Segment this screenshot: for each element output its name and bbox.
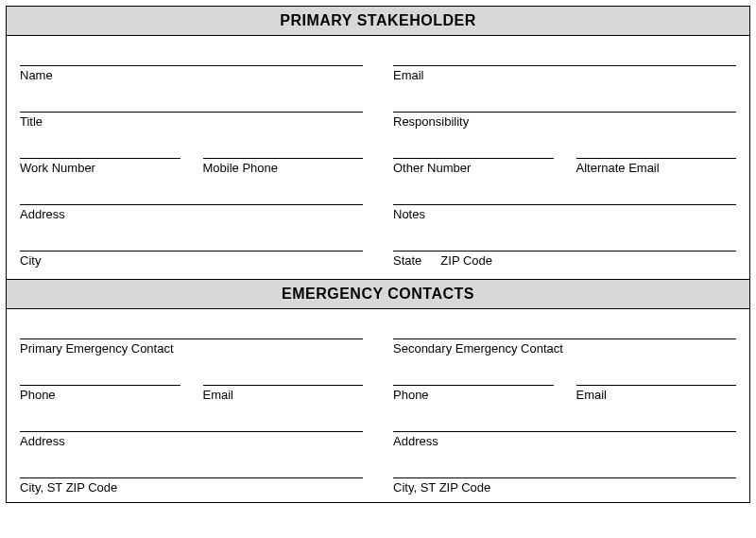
address-label: Address bbox=[20, 205, 363, 221]
secondary-contact-label: Secondary Emergency Contact bbox=[393, 339, 736, 356]
title-label: Title bbox=[20, 113, 363, 129]
alternate-email-label: Alternate Email bbox=[576, 159, 737, 175]
name-field[interactable]: Name bbox=[20, 43, 363, 82]
city-field[interactable]: City bbox=[20, 229, 363, 268]
responsibility-label: Responsibility bbox=[393, 113, 736, 129]
work-number-field[interactable]: Work Number bbox=[20, 136, 180, 175]
primary-email-field[interactable]: Email bbox=[203, 363, 364, 402]
alternate-email-field[interactable]: Alternate Email bbox=[576, 136, 737, 175]
mobile-phone-field[interactable]: Mobile Phone bbox=[203, 136, 364, 175]
name-label: Name bbox=[20, 66, 363, 82]
other-number-label: Other Number bbox=[393, 159, 554, 175]
other-number-field[interactable]: Other Number bbox=[393, 136, 554, 175]
primary-address-label: Address bbox=[20, 432, 363, 448]
primary-address-field[interactable]: Address bbox=[20, 409, 363, 448]
secondary-email-field[interactable]: Email bbox=[576, 363, 737, 402]
notes-field[interactable]: Notes bbox=[393, 182, 736, 221]
primary-contact-field[interactable]: Primary Emergency Contact bbox=[20, 317, 363, 356]
address-field[interactable]: Address bbox=[20, 182, 363, 221]
work-number-label: Work Number bbox=[20, 159, 180, 175]
primary-city-st-zip-field[interactable]: City, ST ZIP Code bbox=[20, 456, 363, 495]
responsibility-field[interactable]: Responsibility bbox=[393, 90, 736, 129]
state-label: State bbox=[393, 253, 421, 268]
email-label: Email bbox=[393, 66, 736, 82]
secondary-city-st-zip-field[interactable]: City, ST ZIP Code bbox=[393, 456, 736, 495]
emergency-section-body: Primary Emergency Contact Secondary Emer… bbox=[7, 317, 749, 502]
secondary-contact-field[interactable]: Secondary Emergency Contact bbox=[393, 317, 736, 356]
secondary-address-field[interactable]: Address bbox=[393, 409, 736, 448]
secondary-email-label: Email bbox=[576, 386, 737, 402]
stakeholder-form: PRIMARY STAKEHOLDER Name Email Title bbox=[6, 6, 750, 503]
state-zip-field[interactable]: State ZIP Code bbox=[393, 229, 736, 268]
mobile-phone-label: Mobile Phone bbox=[203, 159, 364, 175]
zip-label: ZIP Code bbox=[440, 253, 492, 268]
primary-city-st-zip-label: City, ST ZIP Code bbox=[20, 478, 363, 495]
emergency-section-header: EMERGENCY CONTACTS bbox=[7, 280, 749, 309]
secondary-phone-field[interactable]: Phone bbox=[393, 363, 554, 402]
secondary-address-label: Address bbox=[393, 432, 736, 448]
primary-phone-label: Phone bbox=[20, 386, 180, 402]
notes-label: Notes bbox=[393, 205, 736, 221]
primary-phone-field[interactable]: Phone bbox=[20, 363, 180, 402]
title-field[interactable]: Title bbox=[20, 90, 363, 129]
primary-section-body: Name Email Title Responsibilit bbox=[7, 43, 749, 279]
primary-contact-label: Primary Emergency Contact bbox=[20, 339, 363, 356]
primary-section-header: PRIMARY STAKEHOLDER bbox=[7, 7, 749, 36]
primary-email-label: Email bbox=[203, 386, 364, 402]
secondary-phone-label: Phone bbox=[393, 386, 554, 402]
city-label: City bbox=[20, 252, 363, 268]
email-field[interactable]: Email bbox=[393, 43, 736, 82]
secondary-city-st-zip-label: City, ST ZIP Code bbox=[393, 478, 736, 495]
